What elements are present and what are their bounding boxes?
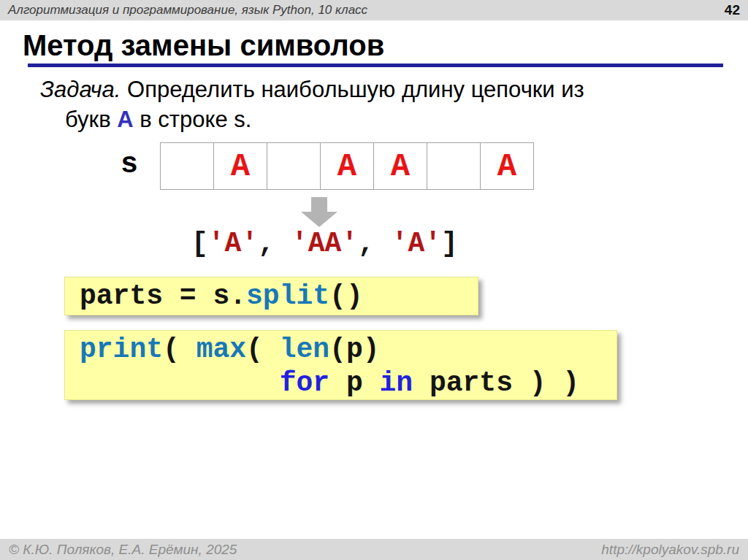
code-line: for p in parts ) ): [80, 367, 617, 400]
down-arrow-icon: [301, 197, 337, 227]
page-number: 42: [725, 2, 740, 18]
list-item-2: 'AA': [291, 228, 358, 259]
down-arrow-head: [301, 212, 337, 227]
code-token-builtin: split: [246, 280, 329, 312]
code-token-builtin: len: [280, 334, 329, 365]
site-url-link[interactable]: http://kpolyakov.spb.ru: [601, 542, 739, 558]
code-indent: [80, 367, 280, 399]
highlighted-letter-a: А: [117, 107, 133, 132]
string-cells-table: A A A A: [160, 142, 534, 190]
code-token-keyword: in: [380, 367, 413, 399]
footer-bar: © К.Ю. Поляков, Е.А. Ерёмин, 2025 http:/…: [0, 539, 748, 560]
code-token: (): [329, 280, 363, 312]
code-line: parts = s.split(): [80, 280, 363, 312]
code-token: p: [329, 367, 379, 399]
string-cell: [160, 142, 214, 190]
string-cell: [427, 142, 481, 190]
down-arrow-stem: [311, 197, 327, 212]
code-token-builtin: print: [80, 334, 163, 365]
code-token-keyword: for: [280, 367, 329, 399]
task-line2-prefix: букв: [65, 107, 117, 132]
copyright-text: © К.Ю. Поляков, Е.А. Ерёмин, 2025: [9, 542, 601, 558]
string-cell: [267, 142, 321, 190]
title-underline: [28, 64, 723, 67]
page-title: Метод замены символов: [23, 29, 384, 62]
course-title: Алгоритмизация и программирование, язык …: [8, 3, 725, 18]
list-separator: ,: [258, 228, 291, 259]
code-token: (: [163, 334, 196, 365]
task-sentence: Определить наибольшую длину цепочки из: [121, 77, 584, 102]
code-token: parts ) ): [413, 367, 579, 399]
header-bar: Алгоритмизация и программирование, язык …: [0, 0, 748, 20]
code-token: (p): [329, 334, 379, 365]
slide: Алгоритмизация и программирование, язык …: [0, 0, 748, 560]
string-var-label: s: [121, 148, 138, 181]
code-box-split: parts = s.split(): [64, 277, 478, 315]
task-line1: Задача. Определить наибольшую длину цепо…: [40, 77, 584, 102]
list-separator: ,: [358, 228, 392, 259]
string-cell: A: [320, 142, 374, 190]
bracket-close: ]: [441, 228, 458, 259]
string-cell: A: [373, 142, 427, 190]
task-label: Задача.: [40, 77, 121, 102]
code-token-builtin: max: [196, 334, 246, 365]
string-cell: A: [213, 142, 267, 190]
task-text: Задача. Определить наибольшую длину цепо…: [40, 74, 712, 134]
code-box-print-max: print( max( len(p) for p in parts ) ): [64, 330, 617, 400]
code-line: print( max( len(p): [80, 333, 617, 367]
list-item-3: 'A': [392, 228, 441, 259]
bracket-open: [: [191, 228, 208, 259]
split-result-list: ['A', 'AA', 'A']: [191, 228, 458, 259]
string-cell: A: [480, 142, 534, 190]
task-line2: букв А в строке s.: [40, 104, 712, 134]
code-token: (: [246, 334, 280, 365]
list-item-1: 'A': [208, 228, 258, 259]
task-line2-suffix: в строке s.: [134, 107, 252, 132]
code-token: parts = s.: [80, 280, 246, 312]
